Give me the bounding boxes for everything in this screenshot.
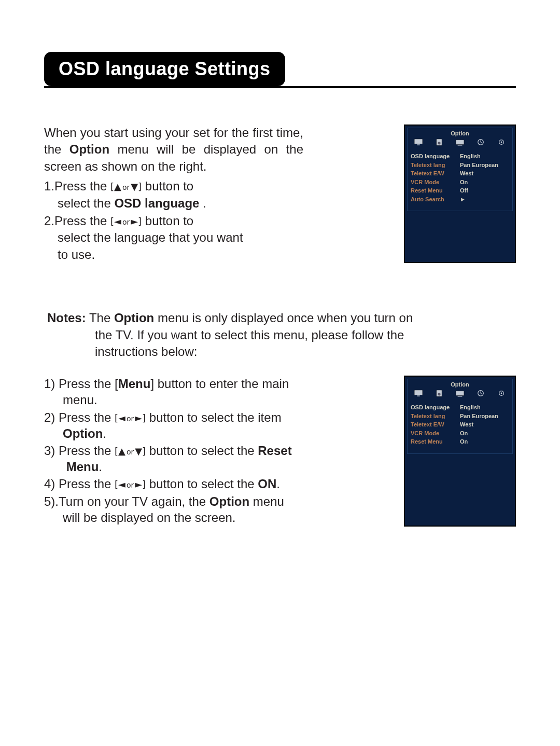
osd-panel-2: Option OSD languageEnglishTeletext langP… <box>404 376 516 527</box>
svg-point-21 <box>501 393 502 394</box>
up-down-arrows: [▲or▼] <box>115 446 146 457</box>
osd-row-value: Pan European <box>460 412 509 421</box>
intro-paragraph: When you start using your set for the fi… <box>44 125 303 175</box>
clock-icon <box>476 139 485 146</box>
osd1-icon-row <box>411 139 509 150</box>
svg-rect-11 <box>414 390 423 395</box>
osd-row-value: English <box>460 152 509 161</box>
osd1-title: Option <box>411 130 509 136</box>
osd-row: VCR ModeOn <box>411 178 509 187</box>
note-step-2-body: Option. <box>44 425 298 441</box>
osd-row-value: On <box>460 437 509 446</box>
osd-row-label: Teletext E/W <box>411 169 460 178</box>
osd-row-label: Auto Search <box>411 195 460 204</box>
osd-row-value: On <box>460 178 509 187</box>
notes-label: Notes: <box>47 311 86 325</box>
title-underline: OSD language Settings <box>44 52 516 88</box>
osd-row-label: Teletext E/W <box>411 420 460 429</box>
note-step-2: 2) Press the [◄or►] button to select the… <box>44 409 298 441</box>
speaker-icon <box>435 139 444 146</box>
svg-rect-0 <box>414 139 423 144</box>
clock-icon <box>476 390 485 397</box>
osd-row-value: On <box>460 429 509 438</box>
osd2-rows: OSD languageEnglishTeletext langPan Euro… <box>411 403 509 446</box>
svg-rect-12 <box>417 396 419 397</box>
intro-text-column: When you start using your set for the fi… <box>44 125 303 263</box>
svg-line-8 <box>481 142 482 143</box>
svg-point-10 <box>501 142 502 143</box>
osd-row-value: ► <box>460 195 509 204</box>
svg-rect-5 <box>458 145 463 145</box>
step-1: 1.Press the [▲or▼] button to select the … <box>44 178 303 212</box>
step1-text: 1.Press the <box>44 179 110 193</box>
osd-row: OSD languageEnglish <box>411 152 509 161</box>
note-step-5: 5).Turn on your TV again, the Option men… <box>44 493 298 526</box>
note-step-1: 1) Press the [Menu] button to enter the … <box>44 376 298 408</box>
svg-point-3 <box>438 142 440 144</box>
osd-row: OSD languageEnglish <box>411 403 509 412</box>
osd-row: Teletext langPan European <box>411 412 509 421</box>
notes-block: Notes: The Option menu is only displayed… <box>44 310 516 360</box>
manual-page: OSD language Settings When you start usi… <box>0 0 560 527</box>
svg-rect-15 <box>456 391 464 396</box>
osd-row-label: OSD language <box>411 403 460 412</box>
page-title: OSD language Settings <box>44 52 285 86</box>
step1-body: select the OSD language . <box>44 195 303 212</box>
svg-rect-4 <box>456 140 464 145</box>
tv-icon <box>455 390 465 397</box>
option-word: Option <box>69 142 109 156</box>
step2-body: select the language that you want to use… <box>44 229 303 263</box>
osd-row-label: VCR Mode <box>411 178 460 187</box>
steps-column: 1) Press the [Menu] button to enter the … <box>44 376 298 527</box>
osd-row: Reset MenuOff <box>411 186 509 195</box>
osd-row: Teletext E/WWest <box>411 420 509 429</box>
osd-language-label: OSD language <box>114 196 203 210</box>
steps-section: 1) Press the [Menu] button to enter the … <box>44 376 516 527</box>
osd1-rows: OSD languageEnglishTeletext langPan Euro… <box>411 152 509 203</box>
osd-row-label: Reset Menu <box>411 186 460 195</box>
left-right-arrows: [◄or►] <box>115 479 146 490</box>
osd-row-label: Reset Menu <box>411 437 460 446</box>
svg-point-14 <box>438 393 440 395</box>
step-2: 2.Press the [◄or►] button to select the … <box>44 213 303 263</box>
left-right-arrows: [◄or►] <box>110 216 142 227</box>
osd-preview-2-wrap: Option OSD languageEnglishTeletext langP… <box>319 376 516 527</box>
up-down-arrows: [▲or▼] <box>110 181 142 192</box>
intro-section: When you start using your set for the fi… <box>44 125 516 263</box>
osd-row: Teletext E/WWest <box>411 169 509 178</box>
osd-row-value: English <box>460 403 509 412</box>
svg-rect-16 <box>458 396 463 397</box>
osd-row-label: Teletext lang <box>411 161 460 170</box>
speaker-icon <box>435 390 444 397</box>
osd-row-value: Off <box>460 186 509 195</box>
tv-icon <box>455 139 465 146</box>
osd-row: Teletext langPan European <box>411 161 509 170</box>
note-step-4: 4) Press the [◄or►] button to select the… <box>44 476 298 492</box>
osd-row: VCR ModeOn <box>411 429 509 438</box>
note-step-3: 3) Press the [▲or▼] button to select the… <box>44 443 298 475</box>
monitor-icon <box>414 139 423 146</box>
left-right-arrows: [◄or►] <box>115 412 146 423</box>
monitor-icon <box>414 390 423 397</box>
osd-row: Reset MenuOn <box>411 437 509 446</box>
osd-row-label: VCR Mode <box>411 429 460 438</box>
osd-preview-1-wrap: Option OSD languageEnglishTeletext langP… <box>324 125 516 263</box>
osd2-icon-row <box>411 390 509 401</box>
osd-row-value: West <box>460 420 509 429</box>
osd-row-label: OSD language <box>411 152 460 161</box>
osd-row-label: Teletext lang <box>411 412 460 421</box>
osd-row-value: West <box>460 169 509 178</box>
svg-rect-1 <box>417 144 419 145</box>
gear-icon <box>497 390 506 397</box>
svg-line-19 <box>481 393 482 394</box>
osd-row-value: Pan European <box>460 161 509 170</box>
note-step-3-body: Menu. <box>44 459 298 475</box>
gear-icon <box>497 139 506 146</box>
osd-panel-1: Option OSD languageEnglishTeletext langP… <box>404 125 516 263</box>
step1-post: button to <box>142 179 193 193</box>
osd2-title: Option <box>411 381 509 388</box>
osd-row: Auto Search► <box>411 195 509 204</box>
